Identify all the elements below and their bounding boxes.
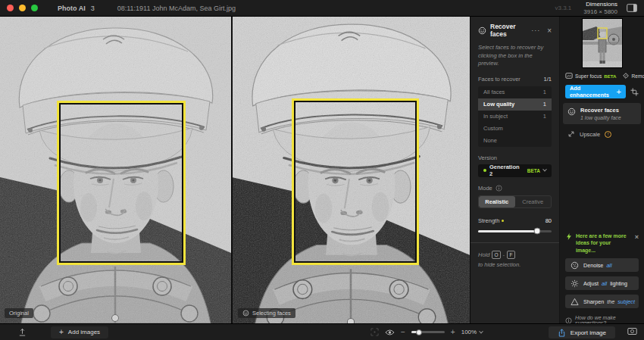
strength-label: Strength (478, 217, 499, 224)
panel-close-button[interactable]: × (547, 27, 552, 35)
panel-title: Recover faces (490, 23, 527, 38)
dimensions-value: 3916 × 5800 (583, 8, 617, 16)
zoom-slider[interactable] (411, 331, 445, 333)
zoom-level-dropdown[interactable]: 100% (461, 329, 483, 335)
faces-to-recover-label: Faces to recover (478, 76, 521, 83)
strength-slider-fill (478, 230, 537, 232)
export-image-button[interactable]: Export image (549, 326, 615, 338)
filter-all-faces[interactable]: All faces 1 (478, 86, 552, 98)
mode-label: Mode (478, 185, 492, 192)
upload-icon (18, 328, 27, 336)
original-badge: Original (5, 308, 33, 318)
panel-divider (470, 242, 559, 243)
remove-object-icon (622, 72, 630, 80)
preview-canvas: Original Selecting faces (0, 17, 470, 323)
face-selection-box-right[interactable] (292, 98, 419, 265)
hide-selection-hint: Hold O - F to hide selection. (478, 251, 552, 268)
mode-creative-option[interactable]: Creative (515, 196, 552, 207)
window-controls (7, 5, 38, 11)
crop-button[interactable] (630, 88, 639, 96)
info-icon (496, 185, 502, 192)
zoom-in-button[interactable]: + (451, 329, 455, 336)
recover-faces-enhancement[interactable]: Recover faces 1 low quality face (563, 103, 641, 124)
recover-faces-panel: Recover faces ··· × Select faces to reco… (470, 17, 559, 323)
panel-toggle-icon[interactable] (627, 4, 637, 12)
mode-toggle: Realistic Creative (478, 195, 552, 208)
filter-custom[interactable]: Custom (478, 123, 552, 135)
app-window: Photo AI 3 08:11:1911 John McAdam, Sea G… (0, 0, 644, 340)
lighting-icon (571, 279, 579, 288)
fit-view-button[interactable] (370, 328, 379, 336)
chevron-down-icon (479, 329, 483, 333)
version-status-dot (483, 169, 486, 172)
app-version-number: 3 (91, 5, 95, 12)
remove-object-button[interactable]: Remove object (622, 72, 644, 80)
face-selection-box-left[interactable] (57, 101, 186, 265)
plus-icon: + (59, 329, 64, 336)
zoom-out-button[interactable]: − (401, 329, 405, 336)
filter-in-subject[interactable]: In subject 1 (478, 111, 552, 123)
open-filename: 08:11:1911 John McAdam, Sea Girt.jpg (117, 5, 236, 12)
upscale-icon (567, 130, 575, 138)
adjust-lighting-suggestion-button[interactable]: Adjust all lighting (565, 276, 639, 290)
add-images-button[interactable]: + Add images (51, 326, 108, 338)
face-icon (242, 310, 249, 317)
original-badge-label: Original (9, 310, 29, 317)
navigation-thumbnail[interactable] (583, 19, 622, 67)
face-filter-list: All faces 1 Low quality 1 In subject 1 C… (478, 86, 552, 147)
enhancement-subtitle: 1 low quality face (580, 115, 621, 120)
close-window-button[interactable] (7, 5, 14, 11)
fit-view-icon (370, 328, 379, 336)
mode-realistic-option[interactable]: Realistic (479, 196, 515, 207)
image-dimensions: Dimensions 3916 × 5800 (583, 1, 617, 15)
super-focus-button[interactable]: Super focus BETA (565, 72, 617, 80)
plus-icon: + (617, 88, 621, 96)
denoise-suggestion-button[interactable]: Denoise all (565, 258, 639, 272)
add-enhancements-button[interactable]: Add enhancements + (565, 85, 626, 98)
crop-icon (630, 88, 639, 96)
bottom-bar: + Add images − + 100% (0, 323, 644, 340)
face-icon (567, 108, 576, 116)
filter-none[interactable]: None (478, 135, 552, 147)
panel-menu-button[interactable]: ··· (531, 27, 540, 34)
upscale-pro-icon: ! (605, 131, 611, 138)
panel-description: Select faces to recover by clicking the … (478, 44, 552, 68)
lightning-icon (565, 232, 573, 241)
strength-slider-knob[interactable] (533, 228, 540, 235)
selecting-faces-label: Selecting faces (252, 310, 291, 317)
minimize-window-button[interactable] (19, 5, 26, 11)
filter-low-quality[interactable]: Low quality 1 (478, 98, 552, 111)
faces-count: 1/1 (544, 76, 552, 83)
upload-button[interactable] (18, 328, 27, 336)
version-value: Generation 2 (489, 164, 524, 177)
build-version: v3.3.1 (555, 5, 571, 11)
compare-icon (627, 327, 637, 335)
preview-toggle-button[interactable] (385, 329, 395, 336)
compare-view-button[interactable] (627, 327, 637, 335)
upscale-enhancement[interactable]: Upscale ! (565, 124, 639, 144)
zoom-slider-knob[interactable] (416, 329, 422, 335)
suggestions-close-button[interactable]: × (635, 232, 639, 254)
suggestions-header: Here are a few more ideas for your image… (576, 232, 630, 254)
zoom-window-button[interactable] (31, 5, 38, 11)
eye-icon (385, 329, 395, 336)
enhancements-rail: Super focus BETA Remove object Add enhan… (560, 17, 644, 323)
selecting-faces-badge: Selecting faces (238, 308, 295, 318)
app-title: Photo AI (58, 5, 86, 12)
enhancement-title: Recover faces (580, 107, 621, 114)
strength-slider[interactable] (478, 230, 552, 232)
export-icon (558, 329, 566, 337)
sharpen-icon (571, 298, 579, 306)
super-focus-icon (565, 72, 573, 80)
sharpen-suggestion-button[interactable]: Sharpen the subject (565, 295, 639, 308)
keycap-f: F (507, 251, 515, 259)
strength-value: 80 (546, 217, 552, 224)
keycap-o: O (492, 251, 500, 259)
strength-modified-dot (502, 220, 504, 222)
version-beta-tag: BETA (527, 168, 540, 173)
view-controls: − + 100% (370, 324, 483, 340)
chevron-down-icon (542, 167, 547, 172)
version-dropdown[interactable]: Generation 2 BETA (478, 164, 552, 177)
face-icon (478, 27, 486, 35)
version-label: Version (478, 154, 552, 161)
